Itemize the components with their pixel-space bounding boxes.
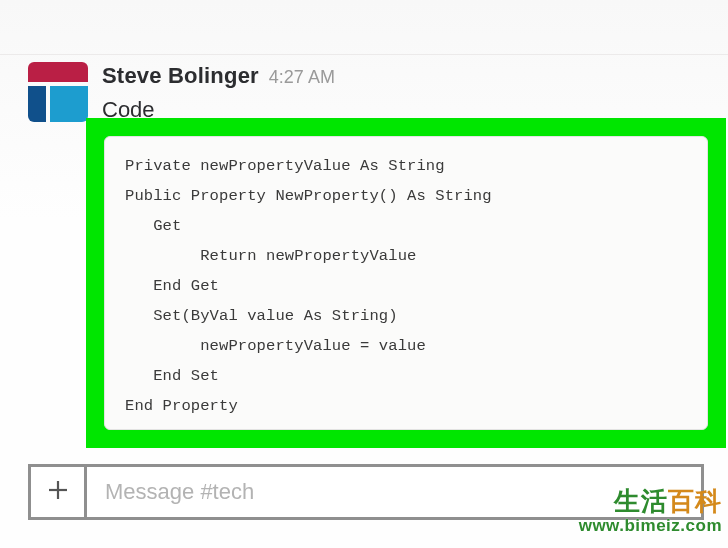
code-block[interactable]: Private newPropertyValue As String Publi… [104, 136, 708, 430]
avatar-shape [50, 86, 88, 122]
avatar-shape [28, 62, 88, 82]
message-timestamp[interactable]: 4:27 AM [269, 63, 335, 91]
message-input[interactable] [103, 478, 685, 506]
message-username[interactable]: Steve Bolinger [102, 62, 259, 90]
avatar[interactable] [28, 62, 88, 122]
divider [0, 54, 728, 55]
avatar-shape [28, 86, 46, 122]
plus-icon [47, 479, 69, 505]
message-block: Steve Bolinger 4:27 AM Code [28, 62, 728, 123]
code-highlight-frame: Private newPropertyValue As String Publi… [86, 118, 726, 448]
message-composer [28, 464, 704, 520]
code-content: Private newPropertyValue As String Publi… [125, 151, 689, 421]
attach-button[interactable] [28, 464, 84, 520]
message-header: Steve Bolinger 4:27 AM [102, 62, 728, 91]
message-input-wrapper[interactable] [84, 464, 704, 520]
